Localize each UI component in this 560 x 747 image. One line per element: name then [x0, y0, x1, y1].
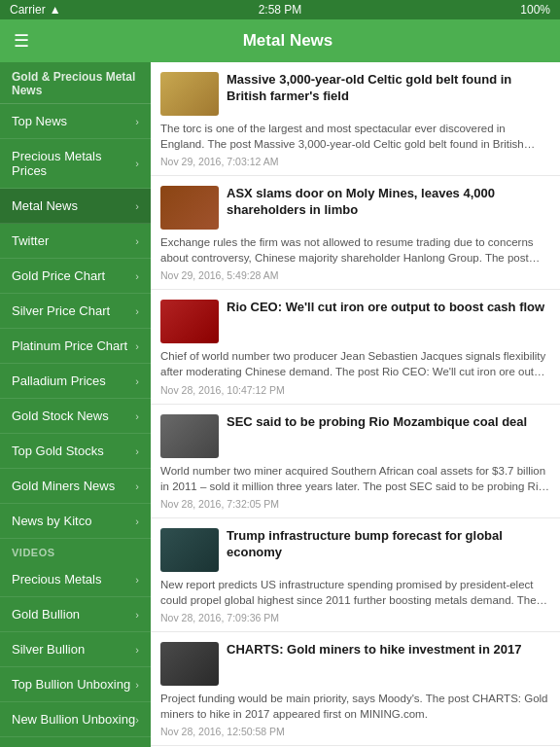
news-thumbnail-1 [160, 186, 219, 230]
chevron-icon: › [135, 200, 139, 212]
news-excerpt-3: World number two miner acquired Southern… [160, 463, 550, 494]
news-item-4[interactable]: Trump infrastructure bump forecast for g… [151, 518, 560, 632]
news-thumbnail-0 [160, 72, 219, 116]
news-date-2: Nov 28, 2016, 10:47:12 PM [160, 384, 550, 396]
news-item-3[interactable]: SEC said to be probing Rio Mozambique co… [151, 405, 560, 518]
carrier-label: Carrier [10, 3, 46, 17]
chevron-icon: › [135, 644, 139, 656]
chevron-icon: › [135, 445, 139, 457]
news-excerpt-0: The torc is one of the largest and most … [160, 121, 550, 152]
sidebar-item-twitter[interactable]: Twitter › [0, 224, 151, 259]
sidebar-item-metal-news[interactable]: Metal News › [0, 189, 151, 224]
news-title-3: SEC said to be probing Rio Mozambique co… [227, 414, 550, 431]
news-item-5[interactable]: CHARTS: Gold miners to hike investment i… [151, 632, 560, 746]
news-top-0: Massive 3,000-year-old Celtic gold belt … [160, 72, 550, 116]
sidebar-label-gold-stock-news: Gold Stock News [12, 409, 109, 423]
news-excerpt-2: Chief of world number two producer Jean … [160, 348, 550, 379]
news-date-5: Nov 28, 2016, 12:50:58 PM [160, 726, 550, 737]
sidebar-label-platinum-price-chart: Platinum Price Chart [12, 338, 127, 353]
chevron-icon: › [135, 116, 139, 127]
news-title-5: CHARTS: Gold miners to hike investment i… [227, 642, 550, 658]
news-thumbnail-5 [160, 642, 219, 686]
sidebar-label-metal-news: Metal News [12, 198, 78, 213]
news-title-2: Rio CEO: We'll cut iron ore output to bo… [227, 300, 550, 316]
header: ☰ Metal News [0, 19, 560, 62]
news-thumbnail-2 [160, 300, 219, 343]
news-thumbnail-4 [160, 528, 219, 572]
status-time: 2:58 PM [259, 3, 302, 17]
news-thumbnail-3 [160, 414, 219, 458]
sidebar-label-silver-price-chart: Silver Price Chart [12, 303, 110, 318]
news-date-4: Nov 28, 2016, 7:09:36 PM [160, 612, 550, 623]
chevron-icon: › [135, 410, 139, 422]
sidebar-item-gold-price-chart[interactable]: Gold Price Chart › [0, 259, 151, 294]
news-title-1: ASX slams door on Moly Mines, leaves 4,0… [227, 186, 550, 219]
sidebar-label-top-bullion-unboxing: Top Bullion Unboxing [12, 677, 130, 692]
news-content: Massive 3,000-year-old Celtic gold belt … [151, 62, 560, 747]
sidebar-label-top-gold-stocks: Top Gold Stocks [12, 444, 104, 458]
sidebar-section-videos: Videos [0, 539, 151, 562]
sidebar-label-silver-bullion-video: Silver Bullion [12, 642, 85, 657]
sidebar-item-precious-metals-prices[interactable]: Precious Metals Prices › [0, 139, 151, 189]
news-date-3: Nov 28, 2016, 7:32:05 PM [160, 498, 550, 510]
sidebar-item-top-bullion-unboxing[interactable]: Top Bullion Unboxing › [0, 667, 151, 702]
sidebar-app-title: Gold & Precious Metal News [0, 62, 151, 104]
sidebar-item-gold-bullion-video[interactable]: Gold Bullion › [0, 597, 151, 632]
status-left: Carrier ▲ [10, 3, 61, 17]
chevron-icon: › [135, 235, 139, 247]
sidebar-section-precious-news: Precious Metals News [0, 737, 151, 747]
chevron-icon: › [135, 340, 139, 352]
news-top-2: Rio CEO: We'll cut iron ore output to bo… [160, 300, 550, 343]
status-bar: Carrier ▲ 2:58 PM 100% [0, 0, 560, 19]
status-right: 100% [520, 3, 550, 17]
sidebar-label-gold-miners-news: Gold Miners News [12, 479, 115, 493]
news-title-0: Massive 3,000-year-old Celtic gold belt … [227, 72, 550, 105]
chevron-icon: › [135, 714, 139, 726]
sidebar-item-top-gold-stocks[interactable]: Top Gold Stocks › [0, 434, 151, 469]
news-item-0[interactable]: Massive 3,000-year-old Celtic gold belt … [151, 62, 560, 176]
chevron-icon: › [135, 375, 139, 387]
sidebar-label-precious-metals-video: Precious Metals [12, 572, 101, 587]
sidebar-label-precious-metals-prices: Precious Metals Prices [12, 149, 135, 178]
sidebar-item-platinum-price-chart[interactable]: Platinum Price Chart › [0, 329, 151, 364]
news-date-0: Nov 29, 2016, 7:03:12 AM [160, 156, 550, 167]
sidebar-label-news-by-kitco: News by Kitco [12, 514, 91, 528]
chevron-icon: › [135, 679, 139, 691]
sidebar-item-new-bullion-unboxing[interactable]: New Bullion Unboxing › [0, 702, 151, 737]
chevron-icon: › [135, 270, 139, 282]
sidebar-label-palladium-prices: Palladium Prices [12, 374, 106, 388]
sidebar-item-gold-miners-news[interactable]: Gold Miners News › [0, 469, 151, 504]
sidebar-item-silver-price-chart[interactable]: Silver Price Chart › [0, 294, 151, 329]
sidebar-item-gold-stock-news[interactable]: Gold Stock News › [0, 399, 151, 434]
news-title-4: Trump infrastructure bump forecast for g… [227, 528, 550, 561]
main-layout: Gold & Precious Metal News Top News › Pr… [0, 62, 560, 747]
chevron-icon: › [135, 609, 139, 621]
sidebar-label-gold-bullion-video: Gold Bullion [12, 607, 80, 622]
news-date-1: Nov 29, 2016, 5:49:28 AM [160, 269, 550, 281]
chevron-icon: › [135, 574, 139, 586]
sidebar-item-palladium-prices[interactable]: Palladium Prices › [0, 364, 151, 399]
chevron-icon: › [135, 516, 139, 527]
sidebar: Gold & Precious Metal News Top News › Pr… [0, 62, 151, 747]
news-item-1[interactable]: ASX slams door on Moly Mines, leaves 4,0… [151, 176, 560, 290]
sidebar-item-top-news[interactable]: Top News › [0, 104, 151, 139]
news-top-5: CHARTS: Gold miners to hike investment i… [160, 642, 550, 686]
sidebar-label-twitter: Twitter [12, 233, 49, 248]
news-excerpt-5: Project funding would be main priority, … [160, 691, 550, 722]
signal-icon: ▲ [50, 3, 61, 17]
sidebar-label-new-bullion-unboxing: New Bullion Unboxing [12, 712, 135, 727]
chevron-icon: › [135, 158, 139, 169]
sidebar-item-precious-metals-video[interactable]: Precious Metals › [0, 562, 151, 597]
header-title: Metal News [29, 31, 546, 51]
news-top-3: SEC said to be probing Rio Mozambique co… [160, 414, 550, 458]
sidebar-item-silver-bullion-video[interactable]: Silver Bullion › [0, 632, 151, 667]
news-item-2[interactable]: Rio CEO: We'll cut iron ore output to bo… [151, 290, 560, 404]
news-top-4: Trump infrastructure bump forecast for g… [160, 528, 550, 572]
news-top-1: ASX slams door on Moly Mines, leaves 4,0… [160, 186, 550, 230]
sidebar-item-news-by-kitco[interactable]: News by Kitco › [0, 504, 151, 539]
battery-label: 100% [520, 3, 550, 17]
chevron-icon: › [135, 305, 139, 317]
sidebar-label-gold-price-chart: Gold Price Chart [12, 268, 105, 283]
menu-button[interactable]: ☰ [14, 30, 29, 52]
chevron-icon: › [135, 480, 139, 492]
